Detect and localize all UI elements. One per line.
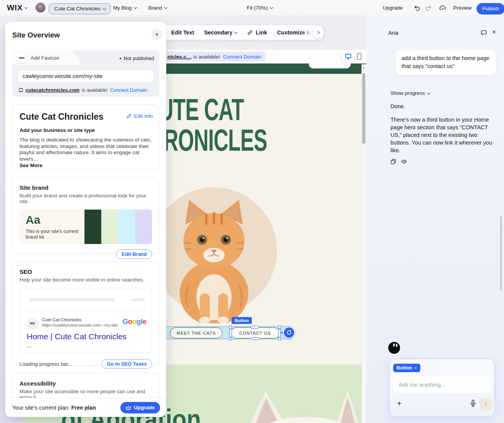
aria-chat-input-box: Button× + ↑ (389, 359, 495, 417)
edit-info-button[interactable]: Edit Info (126, 113, 153, 119)
plus-icon: + (397, 399, 402, 408)
aria-scrollbar-thumb[interactable] (500, 216, 502, 291)
meet-the-cats-button[interactable]: MEET THE CATS (170, 327, 222, 338)
undo-button[interactable] (414, 0, 420, 15)
publish-button[interactable]: Publish (476, 0, 504, 15)
pencil-icon (126, 114, 131, 119)
remove-chip-icon[interactable]: × (414, 366, 416, 370)
see-more-link[interactable]: See More (19, 163, 152, 168)
send-icon: ↑ (485, 401, 488, 408)
resize-handle[interactable] (229, 337, 232, 340)
brand-subtitle: Build your brand and create a profession… (19, 193, 152, 204)
connect-domain-link[interactable]: Connect Domain (223, 54, 262, 60)
account-avatar[interactable] (36, 0, 45, 15)
resize-handle[interactable] (278, 325, 281, 329)
kitten-photo (166, 197, 262, 323)
voice-input-button[interactable] (470, 400, 476, 408)
save-status-button[interactable] (439, 0, 446, 15)
resize-handle[interactable] (251, 326, 259, 329)
avatar (36, 3, 45, 13)
resize-handle[interactable] (251, 337, 259, 340)
resize-handle[interactable] (229, 325, 232, 329)
monitor-icon (345, 54, 352, 60)
ask-input[interactable] (393, 376, 491, 393)
plan-footer: Your site's current plan: Free plan Upgr… (5, 398, 166, 417)
skeleton-bar (132, 298, 145, 301)
canvas-scrollbar-thumb[interactable] (362, 73, 365, 144)
go-to-seo-tasks-button[interactable]: Go to SEO Tasks (101, 359, 152, 369)
style-dropdown[interactable]: Secondary (204, 29, 237, 36)
resize-handle[interactable] (278, 337, 281, 340)
chevron-down-icon (235, 31, 238, 34)
resize-handle[interactable] (278, 329, 281, 337)
plan-value: Free plan (71, 405, 96, 411)
toolbar-more-button[interactable] (313, 27, 324, 38)
regenerate-icon[interactable] (283, 327, 295, 338)
connect-domain-link[interactable]: Connect Domain (110, 87, 147, 93)
aria-panel: Aria × add a third button to the home pa… (366, 15, 504, 423)
preview-site-name: Cute Cat Chronicles (42, 317, 118, 322)
redo-button[interactable] (425, 0, 432, 15)
customize-icon-button[interactable]: Customize Ico (277, 29, 312, 36)
speaker-icon (401, 159, 407, 164)
undo-icon (414, 5, 420, 11)
send-button[interactable]: ↑ (480, 398, 492, 411)
close-panel-button[interactable]: × (151, 29, 162, 40)
mobile-view-toggle[interactable] (357, 53, 361, 62)
domain-banner: nicles.c… is available! Connect Domain (160, 50, 366, 63)
user-message: add a third button to the home page that… (395, 50, 496, 75)
resize-handle[interactable] (229, 329, 232, 337)
available-domain-link[interactable]: cutecatchronicles.com (26, 87, 79, 93)
preview-button[interactable]: Preview (453, 0, 472, 15)
wix-editor: CUTE CAT CHRONICLES (0, 0, 504, 423)
crown-icon (126, 405, 131, 410)
brand-title: Site brand (19, 184, 152, 191)
chevron-right-icon (316, 31, 319, 34)
edit-brand-button[interactable]: Edit Brand (116, 249, 152, 259)
publish-status: Not published (120, 55, 154, 61)
brand-color-swatch (118, 210, 135, 244)
wix-logo[interactable]: WIX (7, 0, 27, 15)
seo-card: SEO Help your site become more visible i… (12, 261, 159, 366)
upgrade-button[interactable]: Upgrade (120, 402, 160, 413)
aria-done-text: Done. (391, 103, 405, 109)
available-text: is available! (82, 87, 108, 93)
zoom-level-dropdown[interactable]: Fit (70%) (247, 0, 272, 15)
site-url-field[interactable] (18, 70, 154, 83)
add-favicon-tab[interactable]: WIX Add Favicon (12, 50, 83, 65)
brand-color-swatch (84, 210, 101, 244)
context-chip[interactable]: Button× (393, 364, 420, 372)
my-blog-menu[interactable]: My Blog (113, 0, 136, 15)
brand-color-swatch (135, 210, 152, 244)
read-aloud-button[interactable] (401, 159, 407, 166)
copy-button[interactable] (391, 159, 396, 166)
brand-font-sample: Aa (26, 213, 84, 226)
wix-favicon-icon: WIX (17, 53, 27, 63)
close-aria-button[interactable]: × (492, 28, 496, 36)
brand-menu[interactable]: Brand (148, 0, 167, 15)
preview-site-url: https://cawleyconor.wixsite.com › my-sit… (42, 323, 118, 327)
domain-availability-row: cutecatchronicles.com is available! Conn… (18, 87, 147, 93)
link-button[interactable]: Link (247, 29, 267, 36)
phone-icon (357, 53, 361, 60)
chevron-down-icon (164, 6, 167, 9)
panel-title: Site Overview (12, 31, 60, 39)
seo-title: SEO (19, 268, 152, 275)
wix-favicon-icon: WIX (27, 317, 38, 329)
brand-color-swatch (101, 210, 118, 244)
desktop-view-toggle[interactable] (342, 51, 355, 62)
feedback-button[interactable] (481, 30, 487, 37)
domain-link[interactable]: nicles.c… (167, 54, 191, 60)
add-attachment-button[interactable]: + (395, 399, 404, 408)
site-brand-card: Site brand Build your brand and create a… (12, 177, 159, 254)
scroll-up-icon[interactable]: ▲ (362, 66, 365, 69)
show-progress-toggle[interactable]: Show progress (391, 90, 429, 96)
site-menu-button[interactable]: Cute Cat Chronicles (49, 0, 111, 15)
chevron-down-icon (270, 6, 273, 9)
contact-us-button[interactable]: CONTACT US (231, 327, 279, 338)
upgrade-link[interactable]: Upgrade (383, 0, 403, 15)
preview-result-description: --- (27, 344, 31, 350)
edit-text-button[interactable]: Edit Text (171, 29, 194, 36)
favicon-domain-block: WIX Add Favicon Not published cutecatchr… (12, 50, 159, 97)
seo-loading-text: Loading progress bar... (19, 361, 72, 367)
